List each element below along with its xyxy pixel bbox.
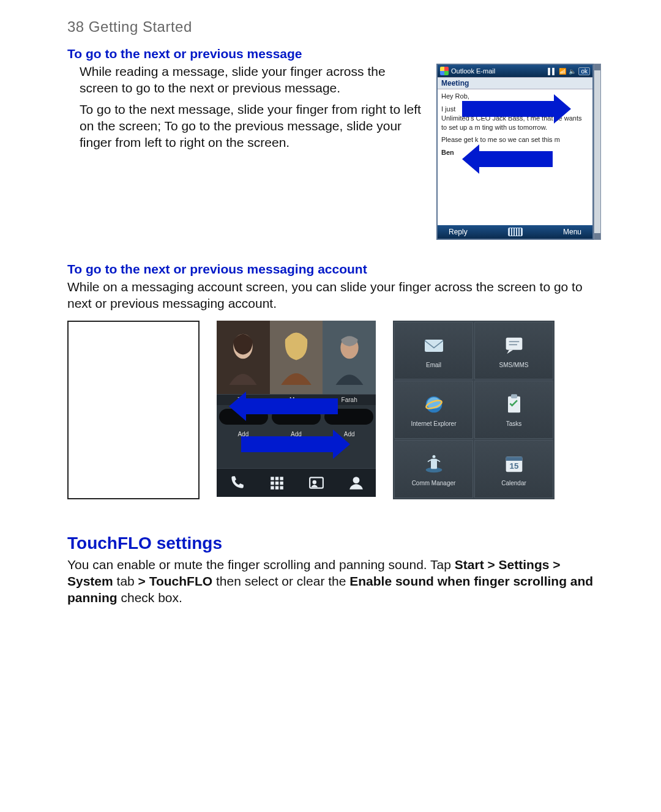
swipe-left-arrow-icon (229, 395, 338, 417)
blank-screenshot-placeholder (67, 321, 200, 499)
svg-rect-3 (271, 477, 274, 480)
email-screenshot: Outlook E-mail ▌▌ 📶 🔈 ok Meeting Hey Rob… (436, 64, 594, 240)
svg-rect-16 (506, 337, 522, 349)
section2-para: While on a messaging account screen, you… (67, 279, 594, 312)
menu-softkey: Menu (563, 228, 581, 236)
swipe-right-arrow-icon (241, 433, 350, 455)
svg-point-13 (312, 480, 316, 484)
volume-icon: 🔈 (569, 68, 576, 75)
section1-para2: To go to the next message, slide your fi… (80, 102, 422, 151)
contact-photo (270, 321, 323, 394)
swipe-right-arrow-icon (462, 98, 571, 120)
ok-button: ok (578, 67, 590, 75)
svg-point-25 (432, 455, 435, 458)
section-heading-nav-message: To go to the next or previous message (67, 47, 594, 61)
phone-scrollbar (594, 64, 601, 240)
svg-rect-7 (275, 482, 278, 485)
svg-rect-15 (425, 340, 443, 352)
phone-status-bar: Outlook E-mail ▌▌ 📶 🔈 ok (438, 65, 592, 77)
svg-rect-8 (280, 482, 283, 485)
program-tile: Internet Explorer (394, 381, 473, 439)
calendar-icon: 15 (502, 452, 526, 476)
contact-photo (323, 321, 376, 394)
program-tile: Comm Manager (394, 440, 473, 498)
page-header: 38 Getting Started (67, 18, 594, 35)
keypad-icon (269, 475, 285, 491)
svg-rect-10 (275, 486, 278, 489)
svg-text:15: 15 (509, 461, 518, 471)
reply-softkey: Reply (449, 228, 468, 236)
tasks-icon (502, 392, 526, 417)
comm-manager-icon (422, 452, 446, 476)
svg-rect-24 (431, 459, 437, 469)
svg-rect-22 (511, 395, 517, 399)
email-line: ting with us tomorrow. (482, 124, 547, 131)
email-subject: Meeting (438, 77, 592, 89)
svg-rect-9 (271, 486, 274, 489)
touchflo-paragraph: You can enable or mute the finger scroll… (67, 557, 594, 606)
text: then select or clear the (212, 574, 349, 588)
svg-point-14 (353, 477, 359, 483)
program-label: Email (426, 362, 441, 368)
svg-rect-4 (275, 477, 278, 480)
internet-explorer-icon (422, 392, 446, 417)
swipe-left-arrow-icon (462, 148, 553, 170)
email-line: I just (441, 105, 455, 113)
sms-icon (502, 333, 526, 358)
email-body: Hey Rob, I just Unlimited's CEO Jack Bas… (438, 89, 592, 225)
signal-bars-icon: 📶 (559, 68, 566, 75)
svg-rect-6 (271, 482, 274, 485)
phone-icon (229, 475, 245, 491)
scroll-up-icon (594, 64, 600, 70)
program-tile: SMS/MMS (474, 322, 553, 380)
programs-screenshot: Email SMS/MMS Internet Explorer Tasks Co… (393, 321, 555, 499)
program-label: Tasks (506, 420, 522, 427)
contacts-screenshot: Joan Mom Farah Add Add Add (217, 321, 376, 497)
program-tile: Email (394, 322, 473, 380)
contact-photo (217, 321, 270, 394)
section1-para1: While reading a message, slide your fing… (80, 64, 422, 97)
manual-page: 38 Getting Started To go to the next or … (0, 0, 661, 647)
keyboard-icon (508, 228, 523, 236)
email-icon (422, 333, 446, 358)
text: tab (113, 574, 138, 588)
text-bold: > TouchFLO (138, 574, 213, 588)
program-tile: Tasks (474, 381, 553, 439)
email-line: k to me so we can set this m (475, 136, 560, 143)
program-tile: 15 Calendar (474, 440, 553, 498)
program-label: Internet Explorer (411, 420, 457, 427)
svg-rect-27 (506, 456, 522, 461)
phone-bottom-bar: Reply Menu (438, 225, 592, 239)
text: You can enable or mute the finger scroll… (67, 557, 455, 572)
email-line: Please get (441, 136, 473, 143)
touchflo-heading: TouchFLO settings (67, 534, 594, 553)
program-label: Calendar (501, 480, 526, 486)
svg-rect-5 (280, 477, 283, 480)
section-heading-nav-account: To go to the next or previous messaging … (67, 262, 594, 277)
program-label: SMS/MMS (499, 362, 529, 368)
svg-rect-11 (280, 486, 283, 489)
signal-icon: ▌▌ (548, 68, 556, 75)
phone-app-title: Outlook E-mail (451, 67, 495, 75)
person-icon (348, 475, 364, 491)
program-label: Comm Manager (412, 480, 456, 486)
contact-card-icon (308, 475, 324, 491)
text: check box. (118, 590, 182, 605)
scroll-down-icon (594, 233, 600, 239)
windows-start-icon (440, 67, 449, 75)
